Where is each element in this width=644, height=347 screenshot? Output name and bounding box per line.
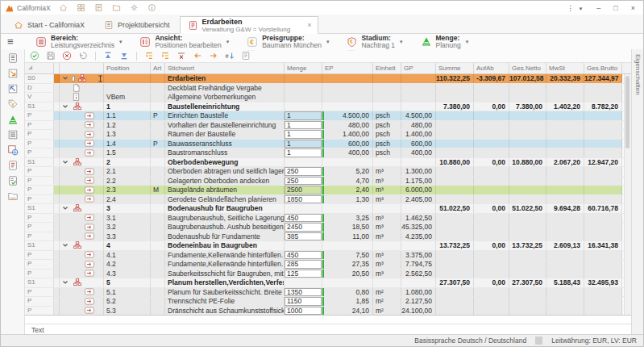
info-button[interactable]	[147, 3, 156, 12]
sidebar-checklist-button[interactable]	[6, 175, 20, 186]
column-header-Art[interactable]: Art	[151, 63, 165, 73]
chevron-down-icon[interactable]	[62, 159, 69, 165]
column-header-0[interactable]	[25, 63, 54, 73]
table-row[interactable]: S11Baustelleneinrichtung7.380,000,007.38…	[25, 102, 631, 112]
tab-erdarbeiten[interactable]: ErdarbeitenVerwaltung G&W = Vorstellung×	[180, 16, 319, 34]
cancel-button[interactable]	[62, 51, 72, 61]
table-row[interactable]: P2.4Gerodete Geländeflächen planieren185…	[25, 195, 631, 205]
menge-input[interactable]: 1	[285, 121, 322, 130]
table-row[interactable]: S13Bodenaushub für Baugruben51.022,500,0…	[25, 204, 631, 214]
table-row[interactable]: P1.3Räumen der Baustelle11.400,00psch1.4…	[25, 130, 631, 140]
chevron-down-icon[interactable]	[62, 75, 69, 82]
delete-row-button[interactable]	[177, 51, 186, 61]
table-row[interactable]: P1.2Vorhalten der Baustelleneinrichtung1…	[25, 121, 631, 131]
menge-input[interactable]: 2450	[285, 223, 322, 232]
table-row[interactable]: P1.1PEinrichten Baustelle14.500,00psch4.…	[25, 111, 631, 121]
menge-input[interactable]: 250	[285, 177, 322, 186]
table-row[interactable]: P3.1Baugrubenaushub, Seitliche Lagerung4…	[25, 214, 631, 224]
menge-input[interactable]: 1350	[285, 288, 322, 297]
column-header-Stichwort[interactable]: Stichwort	[165, 63, 285, 73]
table-row[interactable]: S12Oberbodenbewegung10.880,000,0010.880,…	[25, 158, 631, 168]
ribbon-group-menge[interactable]: Menge:Planung▾	[412, 35, 478, 49]
column-header-Position[interactable]: Position	[104, 63, 151, 73]
window-menu-button[interactable]: ⋮ ▾	[567, 4, 584, 12]
text-preview-pane[interactable]	[25, 316, 631, 324]
hamburger-menu-icon[interactable]: ≡	[7, 36, 27, 48]
sidebar-import-button[interactable]	[6, 83, 20, 94]
nav-right-button[interactable]	[209, 51, 218, 61]
chevron-down-icon[interactable]	[62, 205, 69, 211]
ribbon-group-ansicht[interactable]: Ansicht:Positionen bearbeiten▾	[131, 35, 238, 49]
plan-button[interactable]	[94, 3, 103, 12]
column-header-Einheit[interactable]: Einheit	[373, 63, 401, 73]
table-row[interactable]: P5.1Planum für Sauberkeitsschicht. Breit…	[25, 288, 631, 298]
menge-input[interactable]: 1	[285, 140, 322, 148]
row-checkbox[interactable]	[72, 76, 75, 82]
chevron-down-icon[interactable]	[62, 279, 69, 286]
ribbon-group-bereich[interactable]: Bereich:Leistungsverzeichnis▾	[27, 35, 131, 49]
sidebar-quantity-pyramid-button[interactable]	[6, 114, 20, 125]
menge-input[interactable]: 125	[285, 270, 322, 278]
ribbon-group-stadium[interactable]: €···Stadium:Nachtrag 1▾	[338, 35, 411, 49]
table-row[interactable]: P2.3MBaugelände abräumen25002,40m³6.000,…	[25, 186, 631, 195]
move-bottom-button[interactable]	[119, 51, 129, 61]
folder-button[interactable]	[112, 3, 121, 12]
column-header-1[interactable]	[54, 63, 60, 73]
properties-side-tab[interactable]: Eigenschaften	[631, 49, 643, 334]
menge-input[interactable]: 2500	[285, 186, 322, 194]
maximize-button[interactable]: □	[613, 4, 617, 12]
tab-start-californiax[interactable]: Start - CaliforniaX	[4, 17, 94, 33]
table-row[interactable]: P4.2Fundamente,Kellerwände hinterfüllen.…	[25, 260, 631, 270]
column-header-EP[interactable]: EP	[322, 63, 373, 73]
table-row[interactable]: S15Planum herstellen,Verdichten,Verfesti…	[25, 278, 631, 288]
table-row[interactable]: P3.2Baugrubenaushub. Aushub beseitigen24…	[25, 223, 631, 232]
menge-input[interactable]: 1000	[285, 307, 322, 316]
tab-projekt-bersicht[interactable]: Projektübersicht	[94, 17, 180, 33]
nav-left-button[interactable]	[193, 51, 202, 61]
column-header-2[interactable]	[60, 63, 104, 73]
undo-button[interactable]	[78, 51, 88, 61]
confirm-button[interactable]	[30, 51, 39, 61]
sidebar-web-element-button[interactable]	[6, 144, 20, 156]
modules-button[interactable]	[77, 3, 85, 12]
vertical-scrollbar[interactable]	[624, 74, 631, 315]
save-button[interactable]	[46, 51, 56, 61]
table-row[interactable]: P4.3Sauberkeitsschicht für Baugruben, mi…	[25, 270, 631, 279]
table-row[interactable]: P4.1Fundamente,Kellerwände hinterfüllen.…	[25, 251, 631, 261]
table-row[interactable]: P2.1Oberboden abtragen und seitlich lage…	[25, 167, 631, 177]
home-button[interactable]	[59, 3, 68, 12]
properties-button[interactable]	[241, 51, 251, 61]
table-row[interactable]: P3.3Bodenaushub für Fundamente38511,00m³…	[25, 232, 631, 242]
table-row[interactable]: DDeckblatt Freihändige Vergabe	[25, 84, 631, 94]
column-header-Menge[interactable]: Menge	[285, 63, 322, 73]
tab-text[interactable]: Text	[25, 324, 631, 334]
sidebar-folder-numbers-button[interactable]: 000	[6, 190, 20, 202]
menge-input[interactable]: 1	[285, 148, 322, 157]
table-row[interactable]: P5.2Trennschicht PE-Folie11501,85m²2.127…	[25, 297, 631, 307]
demote-button[interactable]	[160, 51, 170, 61]
table-row[interactable]: P1.5Baustromanschluss1400,00psch400,00	[25, 148, 631, 158]
sidebar-lv-document-button[interactable]	[6, 160, 20, 171]
move-top-button[interactable]	[103, 51, 113, 61]
sidebar-export-button[interactable]	[6, 68, 20, 79]
sidebar-text-block-button[interactable]	[6, 129, 20, 140]
table-row[interactable]: S0Erdarbeiten110.322,25-3.309,67107.012,…	[25, 74, 631, 84]
menge-input[interactable]: 1150	[285, 297, 322, 306]
settings-button[interactable]	[130, 3, 139, 12]
sort-number-button[interactable]: #	[225, 51, 235, 61]
menge-input[interactable]: 1	[285, 130, 322, 139]
sidebar-price-tag-button[interactable]: €	[6, 98, 20, 110]
close-tab-icon[interactable]: ×	[307, 21, 311, 29]
table-row[interactable]: P5.3Dränschicht aus Schaumkunststoffsick…	[25, 307, 631, 316]
table-row[interactable]: P2.2Gelagerten Oberboden andecken2504,70…	[25, 177, 631, 186]
menge-input[interactable]: 1	[285, 111, 322, 120]
table-row[interactable]: VVBemAllgemeine Vorbemerkungen	[25, 93, 631, 102]
minimize-button[interactable]: –	[596, 4, 600, 12]
ribbon-group-preisgruppe[interactable]: €···Preisgruppe:Baumann München▾	[238, 35, 338, 49]
promote-button[interactable]	[144, 51, 154, 61]
column-header-GP[interactable]: GP	[401, 63, 436, 73]
sidebar-document-list-button[interactable]	[6, 52, 20, 64]
column-header-AufAb[interactable]: AufAb	[474, 63, 509, 73]
column-header-Ges.Brutto[interactable]: Ges.Brutto	[584, 63, 622, 73]
column-header-MwSt[interactable]: MwSt	[546, 63, 584, 73]
